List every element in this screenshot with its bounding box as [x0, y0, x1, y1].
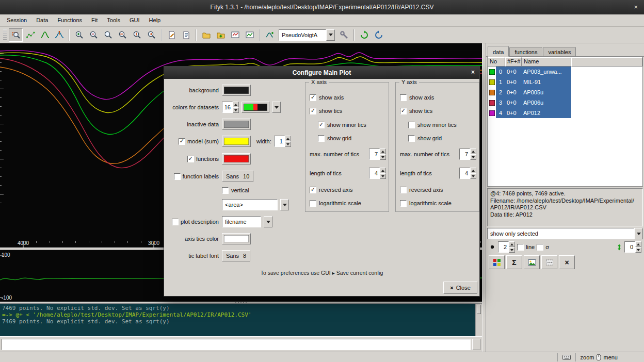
- spin-down-icon[interactable]: [470, 173, 476, 179]
- load-data-button[interactable]: [199, 28, 213, 42]
- sigma-checkbox[interactable]: [537, 244, 543, 251]
- spin-up-icon[interactable]: [380, 149, 386, 154]
- spin-up-icon[interactable]: [470, 149, 476, 154]
- menu-gui[interactable]: GUI: [125, 14, 144, 26]
- spin-down-icon[interactable]: [635, 247, 641, 253]
- add-peak-mode-button[interactable]: [38, 28, 52, 42]
- spin-down-icon[interactable]: [470, 154, 476, 160]
- dialog-title-bar[interactable]: Configure Main Plot ×: [164, 67, 479, 79]
- y-reversed-checkbox[interactable]: [400, 187, 407, 193]
- export-image-button[interactable]: [524, 255, 540, 269]
- menu-tools[interactable]: Tools: [102, 14, 125, 26]
- spin-up-icon[interactable]: [233, 102, 239, 107]
- spin-down-icon[interactable]: [380, 154, 386, 160]
- label-format-select[interactable]: <area>: [222, 199, 278, 210]
- inactive-color-button[interactable]: [222, 119, 251, 130]
- zoom-in-button[interactable]: [72, 28, 86, 42]
- y-show-axis-checkbox[interactable]: [400, 94, 407, 101]
- menu-session[interactable]: Session: [2, 14, 31, 26]
- header-no[interactable]: No: [488, 57, 505, 67]
- spin-down-icon[interactable]: [509, 247, 515, 253]
- zoom-horizontal-button[interactable]: [116, 28, 130, 42]
- model-width-spinner[interactable]: 1: [274, 136, 291, 147]
- window-close-icon[interactable]: ×: [634, 3, 638, 11]
- function-labels-font-button[interactable]: Sans 10: [222, 171, 253, 182]
- x-reversed-checkbox[interactable]: [310, 187, 316, 193]
- settings-button[interactable]: [337, 28, 351, 42]
- zoom-all-button[interactable]: [101, 28, 115, 42]
- tab-variables[interactable]: variables: [543, 47, 576, 56]
- spin-down-icon[interactable]: [285, 141, 291, 147]
- functions-checkbox[interactable]: [187, 156, 194, 162]
- y-show-minor-tics-checkbox[interactable]: [408, 122, 415, 128]
- drag-peak-mode-button[interactable]: [52, 28, 66, 42]
- dataset-palette-button[interactable]: [242, 102, 269, 113]
- functions-color-button[interactable]: [222, 153, 251, 164]
- menu-data[interactable]: Data: [31, 14, 53, 26]
- dialog-close-button[interactable]: × Close: [443, 282, 477, 294]
- spin-down-icon[interactable]: [380, 173, 386, 179]
- dataset-row[interactable]: 1 0+0 MIL-91: [488, 77, 642, 87]
- dataset-row[interactable]: 0 0+0 AP003_unwa...: [488, 67, 642, 77]
- run-fit-button[interactable]: [357, 28, 371, 42]
- entry-history-button[interactable]: [472, 339, 480, 350]
- menu-fit[interactable]: Fit: [87, 14, 102, 26]
- sum-datasets-button[interactable]: Σ: [506, 255, 522, 269]
- header-ff[interactable]: #F+#: [505, 57, 522, 67]
- x-show-minor-tics-checkbox[interactable]: [318, 122, 325, 128]
- spin-up-icon[interactable]: [380, 168, 386, 173]
- dataset-row[interactable]: 2 0+0 AP005u: [488, 87, 642, 97]
- line-checkbox[interactable]: [517, 244, 524, 251]
- append-data-button[interactable]: [214, 28, 228, 42]
- shift-spinner[interactable]: 0: [624, 241, 641, 253]
- data-range-mode-button[interactable]: [23, 28, 37, 42]
- y-log-checkbox[interactable]: [400, 200, 407, 207]
- y-show-grid-checkbox[interactable]: [408, 135, 415, 142]
- save-image-button[interactable]: [243, 28, 256, 42]
- function-labels-checkbox[interactable]: [174, 173, 181, 180]
- y-max-tics-spinner[interactable]: 7: [459, 149, 476, 160]
- vertical-checkbox[interactable]: [222, 187, 229, 194]
- spin-up-icon[interactable]: [635, 241, 641, 247]
- dataset-filter-select[interactable]: show only selected: [487, 228, 643, 239]
- x-log-checkbox[interactable]: [310, 200, 316, 207]
- console-scrollbar[interactable]: [475, 304, 482, 336]
- edit-init-script-button[interactable]: [165, 28, 179, 42]
- zoom-out-button[interactable]: [87, 28, 101, 42]
- toggle-inactive-button[interactable]: [541, 255, 557, 269]
- spin-up-icon[interactable]: [285, 136, 291, 141]
- spin-up-icon[interactable]: [509, 241, 515, 247]
- spin-down-icon[interactable]: [233, 107, 239, 113]
- background-color-button[interactable]: [222, 85, 251, 96]
- model-color-button[interactable]: [222, 136, 251, 147]
- chevron-down-icon[interactable]: [280, 199, 289, 210]
- dataset-row[interactable]: 3 0+0 AP006u: [488, 97, 642, 108]
- plot-description-select[interactable]: filename: [222, 216, 261, 227]
- zoom-vertical-button[interactable]: [130, 28, 144, 42]
- dialog-close-icon[interactable]: ×: [471, 69, 475, 76]
- menu-help[interactable]: Help: [144, 14, 166, 26]
- axis-tics-color-button[interactable]: [222, 233, 251, 244]
- tab-functions[interactable]: functions: [509, 47, 542, 56]
- menu-functions[interactable]: Functions: [53, 14, 87, 26]
- x-tics-length-spinner[interactable]: 4: [369, 168, 386, 179]
- chevron-down-icon[interactable]: [634, 228, 643, 239]
- x-max-tics-spinner[interactable]: 7: [369, 149, 386, 160]
- spin-up-icon[interactable]: [470, 168, 476, 173]
- dataset-row[interactable]: 4 0+0 AP012: [488, 108, 642, 118]
- previous-zoom-button[interactable]: [144, 28, 158, 42]
- function-type-select[interactable]: PseudoVoigtA: [279, 29, 335, 41]
- x-show-grid-checkbox[interactable]: [318, 135, 325, 142]
- auto-add-peak-button[interactable]: [263, 28, 277, 42]
- output-console[interactable]: 7469 points. No explicit std. dev. Set a…: [0, 304, 482, 336]
- x-show-tics-checkbox[interactable]: [310, 108, 316, 114]
- tic-label-font-button[interactable]: Sans 8: [222, 250, 250, 261]
- delete-dataset-button[interactable]: ×: [559, 255, 575, 269]
- undo-fit-button[interactable]: [372, 28, 385, 42]
- y-show-tics-checkbox[interactable]: [400, 108, 407, 114]
- dataset-colors-button[interactable]: [489, 255, 505, 269]
- chevron-down-icon[interactable]: [326, 29, 335, 41]
- point-size-spinner[interactable]: 2: [498, 241, 515, 253]
- command-input[interactable]: [2, 339, 471, 350]
- chevron-down-icon[interactable]: [264, 216, 272, 227]
